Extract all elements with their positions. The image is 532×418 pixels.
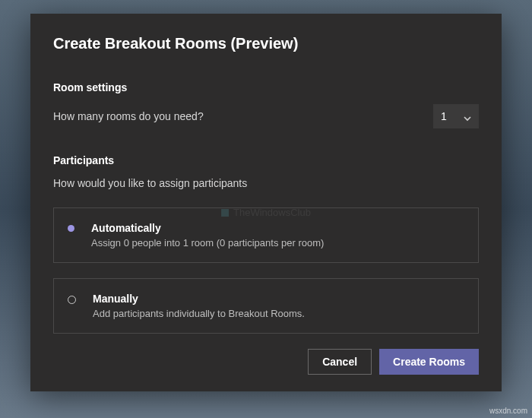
room-count-value: 1 (441, 110, 447, 122)
dialog-title: Create Breakout Rooms (Preview) (53, 35, 479, 52)
room-count-select[interactable]: 1 (433, 104, 479, 128)
radio-automatically[interactable] (68, 222, 74, 232)
participants-prompt: How would you like to assign participant… (53, 177, 479, 189)
option-title-automatically: Automatically (91, 222, 324, 234)
dialog-footer: Cancel Create Rooms (53, 349, 479, 375)
option-body: Manually Add participants individually t… (93, 293, 305, 319)
breakout-rooms-dialog: Create Breakout Rooms (Preview) Room set… (30, 14, 502, 391)
option-title-manually: Manually (93, 293, 305, 305)
radio-selected-icon (68, 225, 74, 232)
create-rooms-button[interactable]: Create Rooms (379, 349, 479, 375)
option-body: Automatically Assign 0 people into 1 roo… (91, 222, 324, 249)
room-settings-label: Room settings (53, 81, 479, 93)
option-manually[interactable]: Manually Add participants individually t… (53, 278, 479, 334)
room-count-prompt: How many rooms do you need? (53, 110, 204, 122)
radio-unselected-icon (68, 296, 76, 304)
radio-manually[interactable] (68, 293, 76, 304)
chevron-down-icon (464, 112, 471, 120)
participants-label: Participants (53, 154, 479, 166)
room-count-row: How many rooms do you need? 1 (53, 104, 479, 128)
option-automatically[interactable]: Automatically Assign 0 people into 1 roo… (53, 207, 479, 263)
option-desc-automatically: Assign 0 people into 1 room (0 participa… (91, 237, 324, 249)
option-desc-manually: Add participants individually to Breakou… (93, 308, 305, 319)
source-tag: wsxdn.com (489, 407, 527, 415)
cancel-button[interactable]: Cancel (308, 349, 372, 375)
